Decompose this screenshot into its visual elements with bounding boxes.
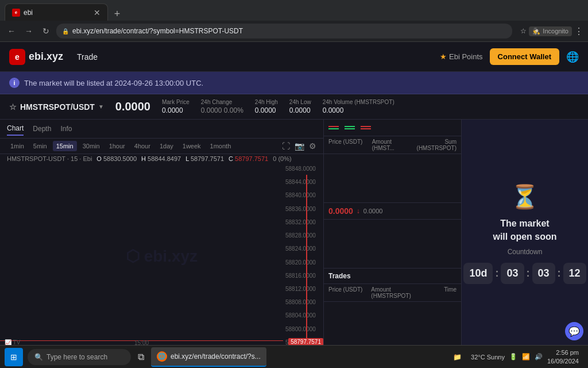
browser-taskbar-icon: 🌐 xyxy=(157,351,167,362)
fullscreen-icon[interactable]: ⛶ xyxy=(282,141,290,151)
incognito-icon: 🕵️ xyxy=(532,28,540,35)
change-24h-stat: 24h Change 0.0000 0.00% xyxy=(201,99,243,114)
candle-spike xyxy=(306,175,307,342)
browser-tab[interactable]: e ebi ✕ xyxy=(5,3,108,21)
menu-icon[interactable]: ⋮ xyxy=(574,26,583,37)
app: e ebi.xyz Trade ★ Ebi Points Connect Wal… xyxy=(0,42,588,348)
ssl-icon: 🔒 xyxy=(62,28,69,34)
taskbar-search[interactable]: 🔍 Type here to search xyxy=(28,349,131,365)
tf-15min[interactable]: 15min xyxy=(53,141,77,151)
back-button[interactable]: ← xyxy=(5,24,18,38)
tf-30min[interactable]: 30min xyxy=(79,141,103,151)
symbol-dropdown-icon[interactable]: ▼ xyxy=(98,103,104,110)
favorite-icon[interactable]: ☆ xyxy=(9,102,17,112)
trades-amount-col: Amount (HMSTRSPOT) xyxy=(371,286,413,299)
forward-button[interactable]: → xyxy=(22,24,36,38)
price-col-header: Price (USDT) xyxy=(328,139,370,151)
browser-taskbar-button[interactable]: 🌐 ebi.xyz/en/trade/contract/?s... xyxy=(151,347,266,367)
trades-price-col: Price (USDT) xyxy=(328,286,371,299)
countdown-sep-2: : xyxy=(527,267,530,279)
tab-chart[interactable]: Chart xyxy=(7,122,24,136)
change-label: 24h Change xyxy=(201,99,243,105)
logo[interactable]: e ebi.xyz xyxy=(9,49,63,65)
tf-1month[interactable]: 1month xyxy=(207,141,235,151)
bookmark-icon[interactable]: ☆ xyxy=(520,27,527,35)
change-label-ohlc: 0 (0%) xyxy=(273,155,291,162)
mark-price-label: Mark Price xyxy=(162,99,189,105)
system-clock: 2:56 pm 16/09/2024 xyxy=(547,348,579,365)
taskbar-icons: 📁 xyxy=(453,353,462,361)
ob-tab-asks[interactable] xyxy=(361,123,374,132)
system-tray: 32°C Sunny 🔋 📶 🔊 2:56 pm 16/09/2024 xyxy=(466,348,583,365)
sum-col-header: Sum (HMSTRSPOT) xyxy=(415,139,457,151)
url-bar[interactable]: 🔒 ebi.xyz/en/trade/contract/?symbol=HMST… xyxy=(56,24,512,39)
trades-empty-area xyxy=(324,302,461,348)
asks-section xyxy=(324,154,461,202)
task-view-icon[interactable]: ⧉ xyxy=(138,352,144,362)
high-label: 24h High xyxy=(255,99,278,105)
high-24h-stat: 24h High 0.0000 xyxy=(255,99,278,114)
date-display: 16/09/2024 xyxy=(547,357,579,365)
logo-text: ebi.xyz xyxy=(29,51,63,63)
low-label-ohlc: L 58797.7571 xyxy=(185,155,224,162)
url-text: ebi.xyz/en/trade/contract/?symbol=HMSTRS… xyxy=(72,27,243,35)
browser-chrome: e ebi ✕ + ← → ↻ 🔒 ebi.xyz/en/trade/contr… xyxy=(0,0,588,42)
ob-tab-both[interactable] xyxy=(328,123,342,132)
settings-icon[interactable]: ⚙ xyxy=(309,141,316,151)
change-value: 0.0000 0.00% xyxy=(201,106,243,114)
trades-time-col: Time xyxy=(414,286,457,299)
logo-icon: e xyxy=(9,49,25,65)
trades-header: Trades xyxy=(324,269,461,284)
info-icon: i xyxy=(9,78,20,88)
tf-5min[interactable]: 5min xyxy=(30,141,51,151)
start-button[interactable]: ⊞ xyxy=(5,348,23,366)
incognito-badge: 🕵️ Incognito xyxy=(529,26,572,36)
tf-1week[interactable]: 1week xyxy=(179,141,204,151)
chart-watermark: ⬡ ebi.xyz xyxy=(126,246,198,265)
new-tab-button[interactable]: + xyxy=(110,7,124,21)
tray-volume-icon: 🔊 xyxy=(535,353,543,361)
main-content: Chart Depth Info 1min 5min 15min 30min 1… xyxy=(0,120,588,348)
connect-wallet-button[interactable]: Connect Wallet xyxy=(490,48,559,65)
ob-tab-bids[interactable] xyxy=(345,123,358,132)
high-label-ohlc: H 58844.8497 xyxy=(141,155,181,162)
browser-actions: ☆ 🕵️ Incognito ⋮ xyxy=(520,26,583,37)
ticker-row: ☆ HMSTRSPOT/USDT ▼ 0.0000 Mark Price 0.0… xyxy=(0,94,588,120)
tab-close-button[interactable]: ✕ xyxy=(94,8,100,17)
countdown-label: Countdown xyxy=(508,248,543,256)
symbol-text: HMSTRSPOT/USDT xyxy=(20,102,95,112)
app-header: e ebi.xyz Trade ★ Ebi Points Connect Wal… xyxy=(0,42,588,72)
ebi-points-button[interactable]: ★ Ebi Points xyxy=(440,52,483,61)
tab-title: ebi xyxy=(24,9,33,17)
banner-message: The market will be listed at 2024-09-26 … xyxy=(24,79,203,87)
high-value: 0.0000 xyxy=(255,106,278,114)
tf-1min[interactable]: 1min xyxy=(7,141,28,151)
tab-info[interactable]: Info xyxy=(60,122,72,135)
mid-price-value: 0.0000 xyxy=(328,206,353,216)
discord-button[interactable]: 💬 xyxy=(565,322,583,340)
mid-price-secondary: 0.0000 xyxy=(363,208,383,214)
temperature-label: 32°C Sunny xyxy=(471,354,505,361)
chart-tabs: Chart Depth Info xyxy=(0,120,323,139)
orderbook-panel: Price (USDT) Amount (HMST... Sum (HMSTRS… xyxy=(324,120,462,348)
low-24h-stat: 24h Low 0.0000 xyxy=(289,99,311,114)
mid-price-arrow: ↓ xyxy=(357,207,360,215)
tf-1day[interactable]: 1day xyxy=(156,141,177,151)
star-icon: ★ xyxy=(440,52,447,61)
low-value: 0.0000 xyxy=(289,106,311,114)
reload-button[interactable]: ↻ xyxy=(39,24,53,38)
tf-4hour[interactable]: 4hour xyxy=(131,141,154,151)
volume-label: 24h Volume (HMSTRSPOT) xyxy=(323,99,394,105)
tf-1hour[interactable]: 1hour xyxy=(106,141,129,151)
countdown-days: 10d xyxy=(463,263,493,284)
symbol-name[interactable]: ☆ HMSTRSPOT/USDT ▼ xyxy=(9,102,104,112)
countdown-hours: 03 xyxy=(501,263,524,284)
screenshot-icon[interactable]: 📷 xyxy=(295,141,304,151)
globe-icon[interactable]: 🌐 xyxy=(566,51,579,63)
nav-trade-link[interactable]: Trade xyxy=(77,52,98,62)
open-label: O 58830.5000 xyxy=(96,155,137,162)
address-bar: ← → ↻ 🔒 ebi.xyz/en/trade/contract/?symbo… xyxy=(0,21,588,41)
tab-depth[interactable]: Depth xyxy=(33,122,51,135)
taskbar-explorer-icon[interactable]: 📁 xyxy=(453,353,462,361)
ticker-price: 0.0000 xyxy=(115,100,150,113)
